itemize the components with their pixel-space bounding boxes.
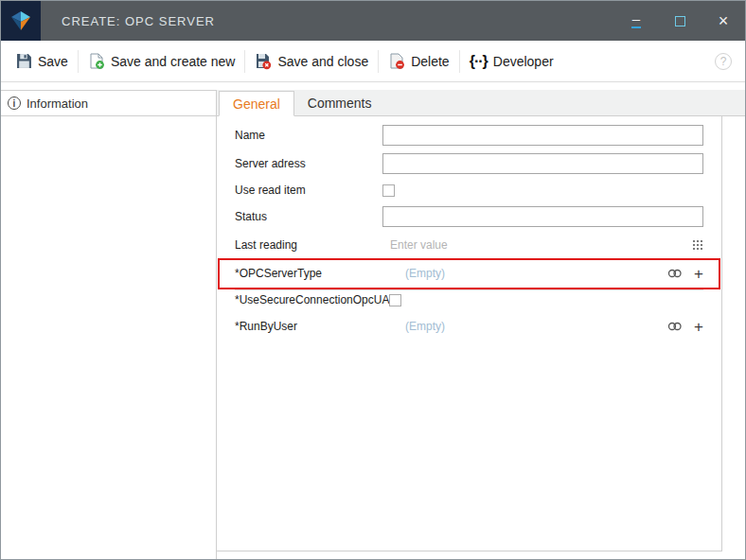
delete-button[interactable]: Delete bbox=[379, 46, 458, 77]
general-form: Name Server adress Use rea bbox=[217, 116, 722, 551]
close-button[interactable]: × bbox=[702, 1, 745, 41]
maximize-icon bbox=[675, 16, 685, 26]
save-and-create-new-label: Save and create new bbox=[111, 54, 236, 69]
link-icon[interactable] bbox=[667, 321, 683, 332]
run-by-user-value[interactable]: (Empty) bbox=[382, 320, 445, 333]
grid-picker-icon[interactable] bbox=[692, 239, 703, 251]
tab-general[interactable]: General bbox=[219, 91, 294, 116]
form-row-use-read-item: Use read item bbox=[217, 178, 721, 202]
close-icon: × bbox=[719, 11, 729, 31]
developer-icon: {··} bbox=[470, 53, 488, 70]
link-icon[interactable] bbox=[667, 268, 683, 279]
tabstrip: General Comments bbox=[217, 90, 745, 116]
delete-label: Delete bbox=[411, 54, 449, 69]
last-reading-field[interactable]: Enter value bbox=[382, 238, 448, 252]
save-and-close-button[interactable]: Save and close bbox=[245, 46, 378, 77]
developer-label: Developer bbox=[493, 54, 554, 69]
form-row-last-reading: Last reading Enter value bbox=[217, 231, 721, 259]
save-button[interactable]: Save bbox=[7, 46, 78, 77]
information-panel: i Information bbox=[1, 90, 217, 559]
tab-general-label: General bbox=[233, 96, 280, 112]
field-label: Use read item bbox=[235, 184, 382, 197]
use-secure-connection-checkbox[interactable] bbox=[389, 294, 401, 306]
toolbar: Save Save and create new Save and close bbox=[1, 41, 745, 82]
server-address-input[interactable] bbox=[382, 153, 703, 174]
window-title: CREATE: OPC SERVER bbox=[62, 14, 215, 28]
maximize-button[interactable] bbox=[658, 1, 702, 41]
save-and-close-label: Save and close bbox=[277, 54, 368, 69]
information-tab[interactable]: i Information bbox=[1, 90, 216, 116]
information-tab-label: Information bbox=[27, 96, 88, 111]
save-icon bbox=[16, 53, 32, 69]
row-separator bbox=[235, 289, 703, 290]
titlebar: CREATE: OPC SERVER – × bbox=[1, 1, 745, 41]
minimize-icon: – bbox=[631, 14, 641, 28]
window-controls: – × bbox=[614, 1, 745, 41]
field-label: Server adress bbox=[235, 157, 382, 170]
info-icon: i bbox=[8, 96, 21, 110]
form-row-opc-server-type: *OPCServerType (Empty) + bbox=[217, 259, 721, 288]
logo-icon bbox=[9, 9, 32, 32]
save-close-icon bbox=[255, 53, 272, 70]
detail-area: General Comments Name bbox=[217, 90, 745, 559]
status-input[interactable] bbox=[382, 206, 703, 227]
form-row-use-secure-connection: *UseSecureConnectionOpcUA bbox=[217, 288, 721, 312]
save-label: Save bbox=[38, 54, 68, 69]
tab-comments[interactable]: Comments bbox=[294, 90, 385, 115]
form-row-run-by-user: *RunByUser (Empty) + bbox=[217, 312, 721, 341]
field-label: Status bbox=[235, 210, 382, 223]
add-icon[interactable]: + bbox=[694, 266, 703, 282]
use-read-item-checkbox[interactable] bbox=[382, 184, 395, 197]
developer-button[interactable]: {··} Developer bbox=[460, 46, 563, 77]
field-label: *OPCServerType bbox=[235, 267, 382, 280]
opc-server-type-value[interactable]: (Empty) bbox=[382, 267, 445, 280]
name-input[interactable] bbox=[382, 125, 703, 146]
main-area: i Information General Comments Name bbox=[1, 82, 745, 559]
save-and-create-new-button[interactable]: Save and create new bbox=[79, 46, 245, 77]
save-create-new-icon bbox=[88, 53, 105, 70]
field-label: Last reading bbox=[235, 238, 382, 252]
tab-content: Name Server adress Use rea bbox=[217, 116, 745, 559]
form-row-name: Name bbox=[217, 121, 721, 149]
field-label: Name bbox=[235, 129, 382, 142]
help-icon[interactable]: ? bbox=[715, 53, 732, 70]
field-label: *UseSecureConnectionOpcUA bbox=[235, 293, 389, 306]
tab-comments-label: Comments bbox=[308, 96, 372, 111]
app-logo bbox=[1, 1, 41, 41]
minimize-button[interactable]: – bbox=[614, 1, 658, 41]
delete-icon bbox=[388, 53, 405, 70]
field-label: *RunByUser bbox=[235, 320, 382, 333]
form-row-status: Status bbox=[217, 202, 721, 231]
app-window: CREATE: OPC SERVER – × Save bbox=[0, 0, 746, 560]
add-icon[interactable]: + bbox=[694, 319, 703, 335]
form-row-server-address: Server adress bbox=[217, 149, 721, 178]
